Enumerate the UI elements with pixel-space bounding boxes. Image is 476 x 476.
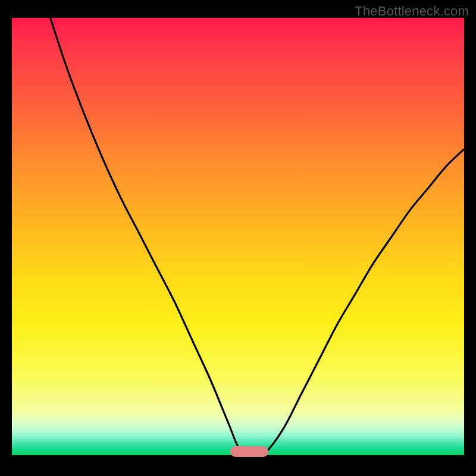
bottleneck-curve-path — [51, 18, 464, 455]
watermark-text: TheBottleneck.com — [355, 4, 469, 19]
app-frame: TheBottleneck.com — [0, 0, 476, 476]
bottleneck-curve — [12, 18, 464, 455]
optimal-marker — [230, 446, 268, 457]
chart-plot-area — [12, 18, 464, 455]
bottom-black-border — [0, 455, 476, 476]
